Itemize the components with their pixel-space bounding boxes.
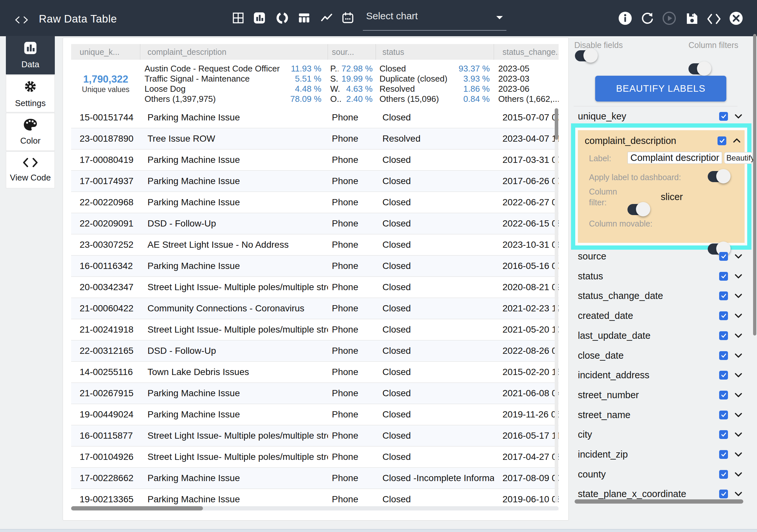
summary-line: Others (15,096)0.84 % <box>379 94 490 104</box>
chevron-down-icon[interactable] <box>734 429 743 439</box>
beautify-labels-button[interactable]: BEAUTIFY LABELS <box>595 76 726 102</box>
disable-fields-toggle[interactable] <box>575 49 598 62</box>
table-row: 21-00060422Community Connections - Coron… <box>71 298 559 319</box>
chevron-up-icon[interactable] <box>732 136 742 145</box>
field-checkbox[interactable] <box>719 391 728 399</box>
chevron-down-icon[interactable] <box>734 111 743 121</box>
beautify-button[interactable]: Beautify <box>724 152 753 164</box>
cell-source: Phone <box>328 277 376 297</box>
panel-horizontal-scrollbar-thumb[interactable] <box>575 499 743 504</box>
field-checkbox[interactable] <box>719 331 728 340</box>
close-icon[interactable] <box>729 11 743 25</box>
column-filter-toggle[interactable] <box>627 203 650 216</box>
grid-icon[interactable] <box>231 11 245 25</box>
cell-source: Phone <box>328 192 376 213</box>
chevron-down-icon[interactable] <box>734 330 743 340</box>
table-row: 16-00115877Street Light Issue- Multiple … <box>71 425 559 447</box>
refresh-icon[interactable] <box>640 11 654 25</box>
cell-status_change: 2015-07-07 07 <box>494 107 559 128</box>
table-row: 23-00187890Tree Issue ROWPhoneResolved20… <box>71 128 559 149</box>
code-chevrons-icon[interactable] <box>15 13 29 27</box>
sidebar-item-data[interactable]: Data <box>6 36 55 75</box>
donut-chart-icon[interactable] <box>275 11 289 25</box>
field-checkbox[interactable] <box>719 470 728 479</box>
field-checkbox[interactable] <box>719 112 728 121</box>
table-vertical-scrollbar-thumb[interactable] <box>555 109 558 140</box>
table-row: 21-00241918Street Light Issue- Multiple … <box>71 319 559 340</box>
field-name: last_update_date <box>574 330 719 341</box>
chevron-down-icon[interactable] <box>734 410 743 420</box>
field-checkbox[interactable] <box>719 411 728 420</box>
chevron-down-icon[interactable] <box>734 390 743 400</box>
chevron-down-icon[interactable] <box>734 370 743 380</box>
apply-label-toggle[interactable] <box>708 170 731 183</box>
field-row-close_date: close_date <box>574 345 743 365</box>
field-name: source <box>574 251 719 262</box>
play-icon[interactable] <box>662 11 677 25</box>
cell-unique_key: 23-00307252 <box>71 235 140 255</box>
column-filters-label: Column filters <box>688 41 739 50</box>
summary-line: Loose Dog4.48 % <box>144 84 321 94</box>
cell-source: Phone <box>328 361 376 383</box>
field-checkbox[interactable] <box>719 292 728 300</box>
calendar-icon[interactable] <box>341 11 355 25</box>
field-checkbox[interactable] <box>719 351 728 360</box>
sidebar-item-view-code[interactable]: View Code <box>6 151 55 188</box>
field-label-input[interactable] <box>627 152 722 164</box>
cell-status: Closed <box>376 235 494 255</box>
cell-unique_key: 21-00060422 <box>71 298 140 319</box>
cell-unique_key: 22-00220968 <box>71 192 140 213</box>
sidebar-item-color[interactable]: Color <box>6 113 55 151</box>
cell-status: Closed <box>376 383 494 404</box>
table-icon[interactable] <box>297 11 311 25</box>
chevron-down-icon[interactable] <box>734 450 743 459</box>
chevron-down-icon[interactable] <box>734 351 743 360</box>
sidebar-item-settings[interactable]: Settings <box>6 75 55 112</box>
chevron-down-icon[interactable] <box>734 311 743 321</box>
field-checkbox[interactable] <box>719 252 728 261</box>
field-checkbox[interactable] <box>717 137 726 145</box>
cell-status_change: 2021-06-08 04 <box>494 383 559 404</box>
chevron-down-icon[interactable] <box>734 489 743 499</box>
field-row-county: county <box>574 464 743 485</box>
column-header-source[interactable]: sour... <box>328 44 376 60</box>
chevron-down-icon[interactable] <box>734 251 743 261</box>
cell-status: Resolved <box>376 128 494 149</box>
bar-chart-icon[interactable] <box>252 11 267 25</box>
column-header-complaint-description[interactable]: complaint_description <box>140 44 328 60</box>
table-row: 20-00342347Street Light Issue- Multiple … <box>71 277 559 298</box>
column-header-unique-key[interactable]: unique_k... <box>71 44 140 60</box>
field-row-source: source <box>574 246 743 266</box>
summary-value-percent: 1.86 % <box>460 84 490 94</box>
info-icon[interactable] <box>618 11 632 25</box>
column-filters-toggle[interactable] <box>688 62 711 75</box>
panel-vertical-scrollbar-thumb[interactable] <box>753 34 756 335</box>
cell-complaint: Parking Machine Issue <box>140 404 328 425</box>
cell-source: Phone <box>328 213 376 234</box>
select-chart-dropdown[interactable]: Select chart <box>363 9 506 29</box>
table-vertical-scrollbar-track[interactable] <box>555 108 558 503</box>
field-checkbox[interactable] <box>719 450 728 459</box>
sidebar-item-label: Data <box>21 59 40 70</box>
cell-status_change: 2017-08-09 00 <box>494 468 559 488</box>
field-checkbox[interactable] <box>719 430 728 439</box>
view-code-icon[interactable] <box>707 12 721 26</box>
unique-values-count: 1,790,322 <box>83 74 128 85</box>
field-checkbox[interactable] <box>719 371 728 380</box>
save-icon[interactable] <box>684 11 699 25</box>
table-horizontal-scrollbar-track[interactable] <box>71 506 559 511</box>
cell-status: Closed <box>376 298 494 319</box>
column-header-status[interactable]: status <box>376 44 494 60</box>
chevron-down-icon[interactable] <box>734 469 743 479</box>
chevron-down-icon[interactable] <box>734 271 743 281</box>
cell-status: Closed <box>376 192 494 213</box>
field-checkbox[interactable] <box>719 311 728 320</box>
field-checkbox[interactable] <box>719 489 728 498</box>
chevron-down-icon[interactable] <box>734 291 743 300</box>
line-chart-icon[interactable] <box>319 11 334 25</box>
column-header-status-change-date[interactable]: status_change... <box>494 44 559 60</box>
cell-status_change: 2017-03-31 07 <box>494 149 559 171</box>
field-name: county <box>574 469 719 480</box>
field-checkbox[interactable] <box>719 272 728 281</box>
table-horizontal-scrollbar-thumb[interactable] <box>71 506 203 511</box>
